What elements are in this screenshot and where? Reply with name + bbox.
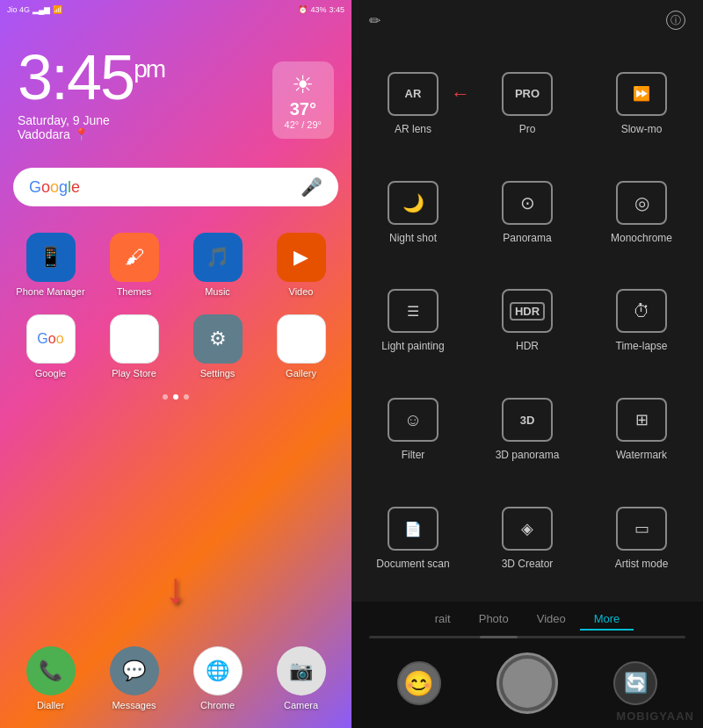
dock: 📞 Dialler 💬 Messages 🌐 Chrome 📷 Camera (0, 638, 352, 719)
mode-slow-mo[interactable]: ⏩ Slow-mo (584, 49, 699, 158)
slow-mo-icon: ⏩ (633, 85, 650, 102)
thumbnail-preview[interactable]: 😊 (397, 661, 441, 705)
dot-3 (184, 394, 189, 400)
messages-icon: 💬 (122, 660, 146, 682)
settings-icon: ⚙ (209, 328, 227, 350)
messages-label: Messages (112, 700, 156, 710)
app-google[interactable]: Goo Google (13, 314, 88, 378)
night-shot-label: Night shot (389, 232, 437, 244)
tab-more[interactable]: More (580, 609, 634, 631)
thumbnail-image: 😊 (403, 669, 434, 698)
status-bar: Jio 4G ▂▄▆ 📶 ⏰ 43% 3:45 (0, 0, 352, 19)
app-settings[interactable]: ⚙ Settings (180, 314, 255, 378)
app-camera[interactable]: 📷 Camera (264, 646, 338, 710)
mode-watermark[interactable]: ⊞ Watermark (584, 375, 699, 484)
app-dialler[interactable]: 📞 Dialler (13, 646, 88, 710)
shutter-button[interactable] (496, 652, 558, 714)
app-messages[interactable]: 💬 Messages (97, 646, 171, 710)
weather-temp: 37° (285, 99, 322, 119)
play-store-icon: ▶ (127, 328, 141, 350)
hdr-label: HDR (516, 340, 539, 352)
mode-pro[interactable]: PRO Pro (470, 49, 584, 158)
tab-video[interactable]: Video (523, 609, 580, 631)
scroll-thumb (480, 636, 518, 638)
mode-monochrome[interactable]: ◎ Monochrome (584, 158, 699, 267)
dot-1 (163, 394, 168, 400)
flip-camera-button[interactable]: 🔄 (613, 661, 657, 705)
camera-bottom-bar: rait Photo Video More 😊 🔄 (352, 602, 703, 728)
camera-modes-grid: AR ← AR lens PRO Pro ⏩ Slow-mo 🌙 Nigh (352, 40, 703, 602)
mode-3d-creator[interactable]: ◈ 3D Creator (470, 484, 584, 593)
light-painting-label: Light painting (381, 340, 444, 352)
panorama-label: Panorama (503, 232, 551, 244)
tab-photo[interactable]: Photo (465, 609, 523, 631)
chrome-label: Chrome (200, 700, 235, 710)
music-label: Music (205, 286, 230, 297)
page-dots (0, 394, 352, 400)
app-play-store[interactable]: ▶ Play Store (97, 314, 171, 378)
document-scan-icon: 📄 (404, 521, 422, 537)
3d-panorama-label: 3D panorama (496, 449, 560, 461)
themes-label: Themes (117, 286, 152, 297)
video-label: Video (289, 286, 314, 297)
music-icon: 🎵 (206, 246, 229, 269)
filter-icon: ☺ (404, 410, 422, 430)
app-gallery[interactable]: 🖼 Gallery (264, 314, 338, 378)
themes-icon: 🖌 (125, 246, 144, 269)
mode-night-shot[interactable]: 🌙 Night shot (356, 158, 470, 267)
mode-ar-lens[interactable]: AR ← AR lens (356, 49, 470, 158)
flip-camera-icon: 🔄 (624, 672, 648, 695)
pro-icon: PRO (515, 87, 540, 100)
weather-icon: ☀ (285, 70, 322, 99)
mode-document-scan[interactable]: 📄 Document scan (356, 484, 470, 593)
night-shot-icon: 🌙 (402, 192, 424, 213)
slow-mo-label: Slow-mo (621, 123, 663, 135)
app-phone-manager[interactable]: 📱 Phone Manager (13, 233, 88, 297)
pro-label: Pro (519, 123, 536, 135)
carrier-label: Jio 4G (7, 5, 30, 14)
gallery-icon: 🖼 (292, 328, 311, 350)
signal-icon: ▂▄▆ (33, 5, 50, 14)
right-top-bar: ✏ ⓘ (352, 0, 703, 40)
3d-creator-label: 3D Creator (502, 558, 554, 570)
time-lapse-label: Time-lapse (616, 340, 668, 352)
alarm-icon: ⏰ (298, 5, 308, 14)
hdr-icon: HDR (510, 302, 545, 321)
monochrome-label: Monochrome (611, 232, 672, 244)
google-logo: Google (29, 178, 80, 197)
document-scan-label: Document scan (376, 558, 449, 570)
clock-status: 3:45 (329, 5, 344, 14)
panorama-icon: ⊙ (520, 192, 535, 213)
google-search-bar[interactable]: Google 🎤 (13, 168, 338, 206)
app-music[interactable]: 🎵 Music (180, 233, 255, 297)
dialler-label: Dialler (37, 700, 64, 710)
filter-label: Filter (402, 449, 425, 461)
mic-icon[interactable]: 🎤 (301, 177, 323, 198)
google-icon: Goo (37, 331, 63, 347)
weather-widget: ☀ 37° 42° / 29° (272, 61, 334, 139)
mode-3d-panorama[interactable]: 3D 3D panorama (470, 375, 584, 484)
light-painting-icon: ☰ (407, 303, 419, 320)
camera-label: Camera (284, 700, 318, 710)
mode-panorama[interactable]: ⊙ Panorama (470, 158, 584, 267)
3d-creator-icon: ◈ (521, 519, 533, 538)
mode-time-lapse[interactable]: ⏱ Time-lapse (584, 267, 699, 376)
info-icon[interactable]: ⓘ (666, 11, 685, 30)
camera-icon: 📷 (289, 660, 313, 682)
mode-light-painting[interactable]: ☰ Light painting (356, 267, 470, 376)
mode-hdr[interactable]: HDR HDR (470, 267, 584, 376)
app-themes[interactable]: 🖌 Themes (97, 233, 171, 297)
app-video[interactable]: ▶ Video (264, 233, 338, 297)
red-arrow-down: ↓ (165, 563, 187, 614)
tab-portrait[interactable]: rait (421, 609, 465, 631)
edit-icon[interactable]: ✏ (369, 12, 380, 29)
chrome-icon: 🌐 (206, 660, 229, 682)
phone-manager-icon: 📱 (39, 246, 62, 269)
weather-range: 42° / 29° (285, 119, 322, 130)
3d-panorama-icon: 3D (520, 414, 535, 427)
status-right: ⏰ 43% 3:45 (298, 5, 344, 14)
monochrome-icon: ◎ (634, 192, 649, 213)
app-chrome[interactable]: 🌐 Chrome (180, 646, 255, 710)
mode-filter[interactable]: ☺ Filter (356, 375, 470, 484)
mode-artist-mode[interactable]: ▭ Artist mode (584, 484, 699, 593)
